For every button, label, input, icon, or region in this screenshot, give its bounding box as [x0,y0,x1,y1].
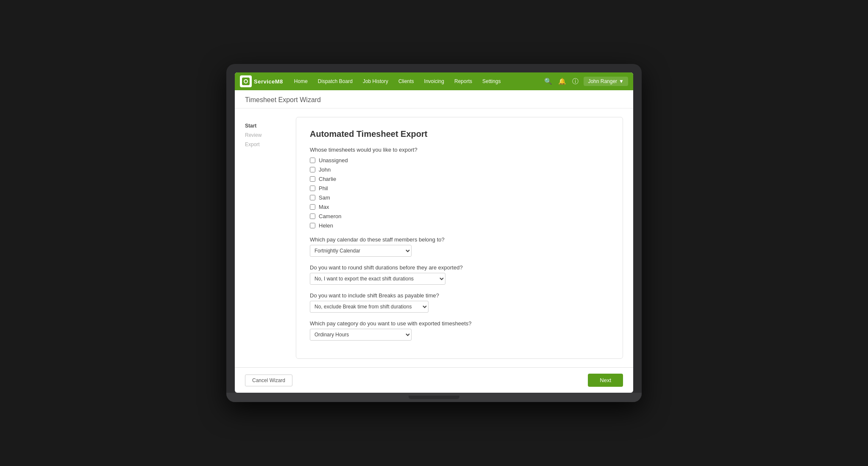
checkbox-phil[interactable]: Phil [310,185,609,191]
bell-icon[interactable]: 🔔 [558,78,566,85]
wizard-footer: Cancel Wizard Next [235,367,633,393]
nav-job-history[interactable]: Job History [359,72,392,90]
break-group: Do you want to include shift Breaks as p… [310,292,609,313]
checkbox-sam-label: Sam [319,194,330,201]
checkbox-helen-label: Helen [319,222,333,229]
checkbox-cameron[interactable]: Cameron [310,213,609,219]
checkbox-john[interactable]: John [310,166,609,173]
content-area: Start Review Export Automated Timesheet … [235,108,633,367]
checkbox-charlie-label: Charlie [319,176,336,182]
page-header: Timesheet Export Wizard [235,90,633,108]
checkbox-unassigned[interactable]: Unassigned [310,157,609,164]
checkbox-john-input[interactable] [310,167,315,172]
page-title: Timesheet Export Wizard [245,96,321,103]
search-icon[interactable]: 🔍 [544,78,552,85]
nav-logo: ServiceM8 [240,75,283,87]
checkbox-helen-input[interactable] [310,223,315,228]
wizard-card: Automated Timesheet Export Whose timeshe… [296,117,623,359]
checkbox-john-label: John [319,166,331,173]
checkbox-unassigned-input[interactable] [310,158,315,163]
laptop-base [226,393,642,402]
question-2: Which pay calendar do these staff member… [310,236,609,243]
question-1: Whose timesheets would you like to expor… [310,147,609,153]
checkbox-unassigned-label: Unassigned [319,157,348,164]
checkbox-phil-label: Phil [319,185,328,191]
nav-dispatch-board[interactable]: Dispatch Board [314,72,357,90]
checkbox-helen[interactable]: Helen [310,222,609,229]
nav-icon-group: 🔍 🔔 ⓘ [544,78,579,86]
question-5: Which pay category do you want to use wi… [310,320,609,327]
laptop-screen: ServiceM8 Home Dispatch Board Job Histor… [235,72,633,393]
question-3: Do you want to round shift durations bef… [310,264,609,271]
break-select[interactable]: No, exclude Break time from shift durati… [310,301,428,313]
nav-clients[interactable]: Clients [394,72,418,90]
checkbox-sam[interactable]: Sam [310,194,609,201]
checkbox-charlie[interactable]: Charlie [310,176,609,182]
wizard-sidebar: Start Review Export [245,117,287,359]
nav-invoicing[interactable]: Invoicing [420,72,448,90]
question-4: Do you want to include shift Breaks as p… [310,292,609,299]
checkbox-sam-input[interactable] [310,195,315,200]
sidebar-step-review[interactable]: Review [245,130,287,140]
wizard-title: Automated Timesheet Export [310,129,609,139]
checkbox-cameron-label: Cameron [319,213,341,219]
logo-text: ServiceM8 [254,78,283,85]
nav-home[interactable]: Home [290,72,312,90]
round-shift-select[interactable]: No, I want to export the exact shift dur… [310,273,445,285]
cancel-wizard-button[interactable]: Cancel Wizard [245,374,292,386]
pay-category-group: Which pay category do you want to use wi… [310,320,609,341]
checkbox-phil-input[interactable] [310,186,315,191]
round-shift-group: Do you want to round shift durations bef… [310,264,609,285]
nav-settings[interactable]: Settings [478,72,505,90]
laptop-frame: ServiceM8 Home Dispatch Board Job Histor… [226,64,642,402]
pay-category-select[interactable]: Ordinary Hours Overtime Casual Loading [310,329,412,341]
checkbox-charlie-input[interactable] [310,176,315,182]
sidebar-step-export[interactable]: Export [245,140,287,149]
svg-point-2 [245,80,247,83]
sidebar-step-start[interactable]: Start [245,121,287,130]
checkbox-max-input[interactable] [310,204,315,210]
nav-reports[interactable]: Reports [450,72,476,90]
checkbox-max[interactable]: Max [310,204,609,210]
laptop-hinge [409,396,459,399]
user-menu[interactable]: John Ranger ▼ [584,77,628,86]
user-name: John Ranger [588,78,617,84]
checkbox-max-label: Max [319,204,329,210]
staff-checkbox-group: Unassigned John Charlie Phil [310,157,609,229]
chevron-down-icon: ▼ [619,78,624,84]
top-nav: ServiceM8 Home Dispatch Board Job Histor… [235,72,633,90]
next-button[interactable]: Next [588,374,623,387]
logo-icon [240,75,252,87]
help-icon[interactable]: ⓘ [572,78,579,86]
checkbox-cameron-input[interactable] [310,214,315,219]
pay-calendar-group: Which pay calendar do these staff member… [310,236,609,257]
pay-calendar-select[interactable]: Fortnightly Calendar Weekly Calendar Mon… [310,245,412,257]
